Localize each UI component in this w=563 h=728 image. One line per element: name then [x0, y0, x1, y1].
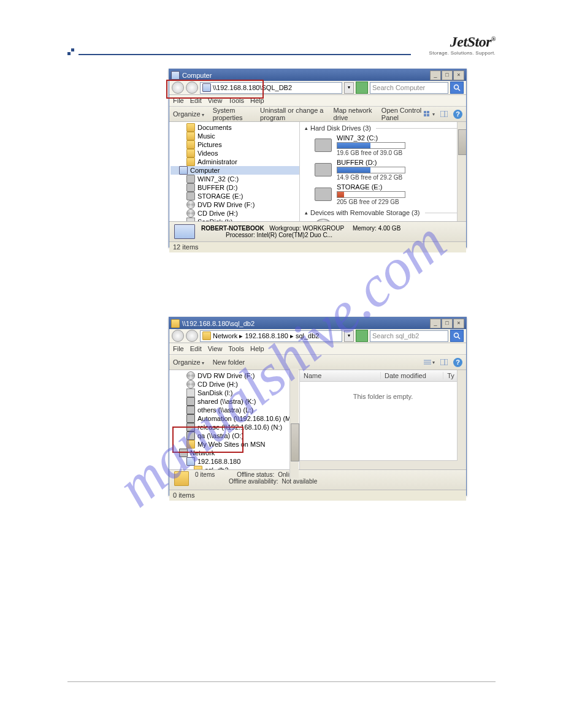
drive-icon	[186, 183, 195, 192]
maximize-button[interactable]: □	[442, 70, 453, 80]
minimize-button[interactable]: _	[430, 70, 441, 80]
search-placeholder: Search Computer	[372, 84, 425, 91]
menu-file[interactable]: File	[173, 97, 184, 104]
folder-icon	[186, 440, 195, 449]
tree-item[interactable]: STORAGE (E:)	[170, 192, 299, 200]
tree-item[interactable]: BUFFER (D:)	[170, 183, 299, 192]
tree-item[interactable]: Music	[170, 132, 299, 140]
offline-avail-label: Offline availability:	[229, 478, 278, 485]
uninstall-button[interactable]: Uninstall or change a program	[260, 107, 324, 121]
tree-item[interactable]: Documents	[170, 123, 299, 132]
system-properties-button[interactable]: System properties	[213, 107, 251, 121]
forward-button[interactable]	[186, 82, 198, 94]
main-pane: Name Date modified Ty This folder is emp…	[300, 370, 466, 469]
drive-free-text: 14.9 GB free of 29.2 GB	[337, 174, 405, 181]
search-input[interactable]: Search Computer	[370, 82, 448, 94]
tree-item[interactable]: DVD RW Drive (F:)	[170, 371, 299, 380]
new-folder-button[interactable]: New folder	[213, 358, 245, 366]
col-name[interactable]: Name	[300, 372, 381, 379]
close-button[interactable]: ×	[453, 319, 464, 328]
tree-item[interactable]: Automation (\\192.168.10.6) (M:)	[170, 414, 299, 423]
drive-icon	[315, 163, 332, 176]
search-button[interactable]	[450, 82, 464, 94]
tree-item[interactable]: Pictures	[170, 140, 299, 149]
page-header: JetStor® Storage. Solutions. Support.	[67, 34, 496, 56]
offline-status-label: Offline status:	[237, 471, 274, 478]
collapse-icon[interactable]: ▴	[305, 125, 308, 131]
back-button[interactable]	[172, 330, 184, 342]
maximize-button[interactable]: □	[442, 319, 453, 328]
tree-item[interactable]: CD Drive (H:)	[170, 209, 299, 218]
minimize-button[interactable]: _	[430, 319, 441, 328]
menu-tools[interactable]: Tools	[228, 97, 244, 104]
forward-button[interactable]	[186, 330, 198, 342]
tree-item[interactable]: SanDisk (I:)	[170, 218, 299, 221]
removable-item[interactable]: DVD RW Drive (F:)	[300, 218, 466, 221]
tree-item[interactable]: 192.168.8.180	[170, 457, 299, 466]
drive-usage-bar	[337, 167, 405, 173]
scrollbar-vertical[interactable]	[457, 370, 466, 469]
menu-view[interactable]: View	[208, 97, 223, 104]
tree-item[interactable]: Computer	[170, 166, 299, 175]
address-bar[interactable]: Network ▸ 192.168.8.180 ▸ sql_db2	[200, 330, 342, 342]
preview-pane-button[interactable]	[439, 357, 450, 368]
menu-file[interactable]: File	[173, 345, 184, 352]
tree-item[interactable]: SanDisk (I:)	[170, 389, 299, 397]
tree-item[interactable]: CD Drive (H:)	[170, 380, 299, 389]
drive-item[interactable]: STORAGE (E:)205 GB free of 229 GB	[300, 182, 466, 207]
go-button[interactable]	[356, 82, 368, 94]
search-placeholder: Search sql_db2	[372, 332, 419, 339]
map-drive-button[interactable]: Map network drive	[334, 107, 373, 121]
help-button[interactable]: ?	[453, 110, 462, 119]
organize-button[interactable]: Organize▾	[173, 358, 204, 366]
address-dropdown-button[interactable]: ▾	[344, 330, 354, 342]
opt-icon	[186, 380, 195, 389]
svg-rect-0	[67, 52, 71, 55]
memory-label: Memory:	[353, 225, 377, 232]
tree-item[interactable]: shared (\\astra) (K:)	[170, 397, 299, 406]
tree-item-label: CD Drive (H:)	[197, 210, 238, 217]
address-dropdown-button[interactable]: ▾	[344, 82, 354, 94]
tree-item[interactable]: qa (\\astra) (O:)	[170, 431, 299, 440]
refresh-button[interactable]	[356, 330, 368, 342]
drive-item[interactable]: BUFFER (D:)14.9 GB free of 29.2 GB	[300, 157, 466, 182]
tree-scrollbar[interactable]	[289, 370, 299, 469]
collapse-icon[interactable]: ▴	[305, 210, 308, 216]
help-button[interactable]: ?	[453, 358, 462, 367]
view-options-button[interactable]: ▾	[424, 108, 435, 119]
menu-view[interactable]: View	[208, 345, 223, 352]
scrollbar-vertical[interactable]	[457, 122, 466, 221]
close-button[interactable]: ×	[453, 70, 464, 80]
tree-item[interactable]: others (\\astra) (L:)	[170, 406, 299, 414]
folder-icon	[194, 466, 202, 469]
status-text: 12 items	[173, 243, 199, 251]
tree-item[interactable]: WIN7_32 (C:)	[170, 175, 299, 183]
menu-edit[interactable]: Edit	[190, 97, 202, 104]
organize-button[interactable]: Organize▾	[173, 110, 204, 118]
drive-item[interactable]: WIN7_32 (C:)19.6 GB free of 39.0 GB	[300, 133, 466, 157]
search-input[interactable]: Search sql_db2	[370, 330, 448, 342]
back-button[interactable]	[172, 82, 184, 94]
tree-item[interactable]: Network	[170, 449, 299, 457]
menu-tools[interactable]: Tools	[228, 345, 244, 352]
search-button[interactable]	[450, 330, 464, 342]
nav-bar: \\192.168.8.180\SQL_DB2 ▾ Search Compute…	[169, 81, 466, 95]
window-title: Computer	[182, 72, 212, 79]
drive-usage-bar	[337, 191, 405, 198]
preview-pane-button[interactable]	[439, 108, 450, 119]
tree-item[interactable]: My Web Sites on MSN	[170, 440, 299, 449]
tree-item[interactable]: DVD RW Drive (F:)	[170, 200, 299, 209]
scrollbar-horizontal[interactable]	[300, 460, 458, 469]
address-bar[interactable]: \\192.168.8.180\SQL_DB2	[200, 82, 342, 94]
view-options-button[interactable]: ▾	[424, 357, 435, 368]
menu-help[interactable]: Help	[250, 97, 264, 104]
menu-edit[interactable]: Edit	[190, 345, 202, 352]
status-bar: 12 items	[169, 241, 466, 252]
tree-item[interactable]: Administrator	[170, 157, 299, 166]
tree-item[interactable]: sql_db2	[170, 466, 299, 469]
col-date[interactable]: Date modified	[381, 372, 443, 379]
tree-item[interactable]: Videos	[170, 149, 299, 157]
tree-item[interactable]: release (\\192.168.10.6) (N:)	[170, 423, 299, 431]
control-panel-button[interactable]: Open Control Panel	[381, 107, 424, 121]
menu-help[interactable]: Help	[250, 345, 264, 352]
